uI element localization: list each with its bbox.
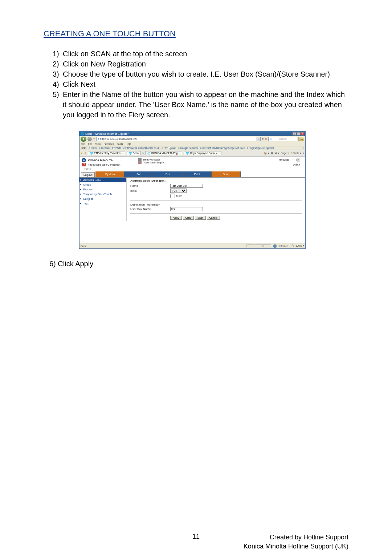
index-label: Index <box>130 189 170 193</box>
sidebar-item-address-book[interactable]: Address Book <box>79 178 126 182</box>
userbox-label: User Box Name <box>130 207 170 211</box>
step-1: Click on SCAN at the top of the screen <box>63 49 348 59</box>
maximize-icon[interactable]: □ <box>297 132 300 135</box>
close-icon[interactable]: × <box>301 132 304 135</box>
step-4: Click Next <box>63 79 348 89</box>
sidebar-item-group[interactable]: Group <box>79 182 126 187</box>
main-label: Main <box>176 194 182 198</box>
name-label: Name <box>130 184 170 187</box>
navtab-system[interactable]: System <box>95 171 124 177</box>
link-ftp-upload[interactable]: e FTP Upload <box>162 147 176 149</box>
step-6: 6) Click Apply <box>49 260 348 268</box>
menu-bar: File Edit View Favorites Tools Help <box>79 142 305 146</box>
step-3: Choose the type of button you wish to cr… <box>63 69 348 79</box>
back-button-form[interactable]: Back <box>195 216 206 220</box>
more-links-icon[interactable]: » <box>302 147 304 149</box>
tab-scan[interactable]: 🌐 Scan <box>127 151 141 155</box>
window-title: 🌐Scan - Windows Internet Explorer <box>81 132 128 135</box>
internet-zone-icon <box>273 244 277 248</box>
link-ftp-site[interactable]: e Customer FTP Site <box>99 147 121 149</box>
brand-sub: PageScope Web Connection <box>88 163 121 166</box>
logout-button[interactable]: Logout <box>81 172 95 177</box>
tab-onyx[interactable]: 🌐 Onyx Employee Portal -… <box>184 151 221 155</box>
menu-view[interactable]: View <box>95 143 101 145</box>
back-button[interactable] <box>81 137 86 142</box>
tab-ftp[interactable]: 🌐 FTP directory /Downloa… <box>88 151 125 155</box>
public-label: Public <box>84 167 91 170</box>
tools-menu[interactable]: ⚙ Tools ▾ <box>290 152 301 155</box>
index-select[interactable]: TUV <box>170 189 187 193</box>
search-input[interactable]: Y! Yahoo! <box>268 137 297 141</box>
minimize-icon[interactable]: _ <box>293 132 296 135</box>
name-input[interactable] <box>170 184 203 188</box>
sidebar-item-text[interactable]: Text <box>79 201 126 206</box>
nav-tabs: Logout System Job Box Print Scan <box>79 171 305 178</box>
sidebar-item-temp-onetouch[interactable]: Temporary One-Touch <box>79 192 126 197</box>
main-checkbox[interactable] <box>170 194 175 198</box>
status-bar: Done Internet 🔍 100% ▾ <box>79 243 305 248</box>
form-title: Address Book (User Box) <box>130 179 302 182</box>
search-go-button[interactable]: 🔍▾ <box>298 137 304 141</box>
apply-button[interactable]: Apply <box>170 216 182 220</box>
zoom-label[interactable]: 🔍 100% ▾ <box>290 244 304 247</box>
link-ftp-root[interactable]: e FTP root at intranet.konica.co.uk <box>123 147 159 149</box>
userbox-input[interactable] <box>170 207 203 211</box>
menu-favorites[interactable]: Favorites <box>103 143 114 145</box>
navtab-scan[interactable]: Scan <box>212 171 241 177</box>
form-area: Address Book (User Box) Name Index TUV M… <box>127 178 305 221</box>
menu-help[interactable]: Help <box>126 143 131 145</box>
step-2: Click on New Registration <box>63 59 348 69</box>
printer-icon <box>138 158 142 161</box>
tabs-row: ★ ✚ 🌐 FTP directory /Downloa… 🌐 Scan × 🌐… <box>79 150 305 157</box>
embedded-screenshot: 🌐Scan - Windows Internet Explorer _ □ × … <box>79 131 306 249</box>
stop-icon[interactable]: ✕ <box>265 138 267 141</box>
forward-button[interactable] <box>87 137 92 141</box>
print-icon[interactable]: 🖶 ▾ <box>275 152 279 155</box>
menu-edit[interactable]: Edit <box>88 143 92 145</box>
page-menu[interactable]: Page ▾ <box>281 152 289 155</box>
tab-km[interactable]: 🌐 KONICA MINOLTA Pag… <box>145 151 182 155</box>
menu-tools[interactable]: Tools <box>117 143 123 145</box>
dest-title: Destination Information <box>130 203 302 206</box>
link-cses[interactable]: e CSES <box>89 147 97 149</box>
navtab-print[interactable]: Print <box>183 171 212 177</box>
brand-name: KONICA MINOLTA <box>88 159 113 162</box>
toner-icon <box>138 161 142 164</box>
link-google-cal[interactable]: e Google Calendar <box>178 147 198 149</box>
statusbar-left: Done <box>81 245 87 247</box>
model-label: C300 <box>279 163 300 167</box>
pagescope-icon: PS <box>82 163 86 166</box>
window-titlebar: 🌐Scan - Windows Internet Explorer _ □ × <box>79 131 305 136</box>
navtab-box[interactable]: Box <box>154 171 183 177</box>
dropdown-icon[interactable]: ▼ <box>93 138 95 140</box>
expand-icon[interactable]: » <box>303 152 304 154</box>
menu-file[interactable]: File <box>81 143 85 145</box>
clear-button[interactable]: Clear <box>183 216 194 220</box>
address-bar[interactable]: e http://10.120.3.30:8080/abbr.xml ▾ <box>96 137 261 141</box>
step-5: Enter in the Name of the button you wish… <box>63 89 348 120</box>
navtab-job[interactable]: Job <box>124 171 154 177</box>
sidebar-item-subject[interactable]: Subject <box>79 197 126 201</box>
chevron-down-icon[interactable]: ▾ <box>256 137 260 141</box>
home-icon[interactable]: 🏠 ▾ <box>264 152 269 155</box>
refresh-x-icon[interactable]: ↻ <box>262 138 264 141</box>
cancel-button[interactable]: Cancel <box>207 216 220 220</box>
status-toner: Toner Near Empty <box>143 161 164 164</box>
links-bar: Links e CSES e Customer FTP Site e FTP r… <box>79 146 305 150</box>
footer-credit: Created by Hotline Support Konica Minolt… <box>244 533 348 551</box>
search-provider-icon: Y! <box>270 138 272 140</box>
zone-label: Internet <box>279 245 287 247</box>
km-logo-icon: ◉ <box>82 158 86 162</box>
page-heading: CREATING A ONE TOUCH BUTTON <box>44 29 348 39</box>
sidebar-item-program[interactable]: Program <box>79 187 126 192</box>
add-favorites-icon[interactable]: ✚ <box>84 152 86 155</box>
refresh-icon[interactable]: ⟳ <box>296 158 300 162</box>
favorites-icon[interactable]: ★ <box>81 152 83 155</box>
sidebar: Address Book Group Program Temporary One… <box>79 178 127 221</box>
page-number: 11 <box>185 533 207 540</box>
feed-icon[interactable]: ▦ <box>271 152 273 155</box>
refresh-label: Refresh <box>279 158 289 162</box>
link-km-netcare[interactable]: e KONICA MINOLTA PageScope Net Care <box>200 147 245 149</box>
steps-list: 1)Click on SCAN at the top of the screen… <box>53 49 348 120</box>
link-job-spooler[interactable]: e Pagescope Job Spooler <box>247 147 274 149</box>
